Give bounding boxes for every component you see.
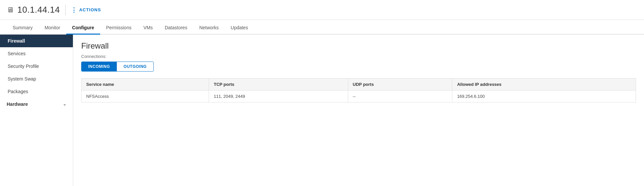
col-tcp-ports: TCP ports — [209, 79, 348, 91]
sidebar-item-packages[interactable]: Packages — [0, 85, 73, 98]
top-nav: Summary Monitor Configure Permissions VM… — [0, 20, 644, 35]
cell-udp-ports: -- — [348, 91, 452, 102]
actions-dots-icon: ⋮ — [71, 6, 77, 14]
table-row: NFSAccess 111, 2049, 2449 -- 169.254.6.1… — [82, 91, 636, 102]
connections-toggle-group: INCOMING OUTGOING — [81, 62, 154, 72]
cell-allowed-ip: 169.254.6.100 — [452, 91, 636, 102]
cell-service-name: NFSAccess — [82, 91, 209, 102]
cell-tcp-ports: 111, 2049, 2449 — [209, 91, 348, 102]
tab-configure[interactable]: Configure — [66, 22, 100, 35]
tab-vms[interactable]: VMs — [137, 22, 159, 35]
header-divider — [65, 5, 66, 15]
actions-label: ACTIONS — [79, 7, 101, 12]
host-title: 10.1.44.14 — [17, 5, 60, 15]
col-service-name: Service name — [82, 79, 209, 91]
tab-updates[interactable]: Updates — [225, 22, 254, 35]
incoming-toggle-button[interactable]: INCOMING — [82, 62, 116, 71]
tab-summary[interactable]: Summary — [7, 22, 39, 35]
sidebar-section-label: Hardware — [7, 101, 28, 107]
page-title: Firewall — [81, 41, 636, 51]
tab-networks[interactable]: Networks — [193, 22, 225, 35]
outgoing-toggle-button[interactable]: OUTGOING — [116, 62, 153, 71]
col-udp-ports: UDP ports — [348, 79, 452, 91]
header-bar: 🖥 10.1.44.14 ⋮ ACTIONS — [0, 0, 644, 20]
sidebar-section-hardware[interactable]: Hardware ⌄ — [0, 98, 73, 110]
table-header-row: Service name TCP ports UDP ports Allowed… — [82, 79, 636, 91]
content-area: Firewall Connections: INCOMING OUTGOING … — [73, 35, 644, 186]
tab-datastores[interactable]: Datastores — [159, 22, 193, 35]
chevron-down-icon: ⌄ — [63, 102, 66, 106]
sidebar-item-firewall[interactable]: Firewall — [0, 35, 73, 47]
actions-button[interactable]: ⋮ ACTIONS — [71, 6, 101, 14]
col-allowed-ip: Allowed IP addresses — [452, 79, 636, 91]
connections-label: Connections: — [81, 54, 636, 59]
tab-monitor[interactable]: Monitor — [39, 22, 66, 35]
sidebar-item-system-swap[interactable]: System Swap — [0, 73, 73, 85]
sidebar: Firewall Services Security Profile Syste… — [0, 35, 73, 186]
host-icon: 🖥 — [7, 6, 14, 14]
firewall-table: Service name TCP ports UDP ports Allowed… — [81, 78, 636, 102]
main-layout: Firewall Services Security Profile Syste… — [0, 35, 644, 186]
sidebar-item-security-profile[interactable]: Security Profile — [0, 60, 73, 73]
tab-permissions[interactable]: Permissions — [100, 22, 137, 35]
sidebar-item-services[interactable]: Services — [0, 47, 73, 60]
